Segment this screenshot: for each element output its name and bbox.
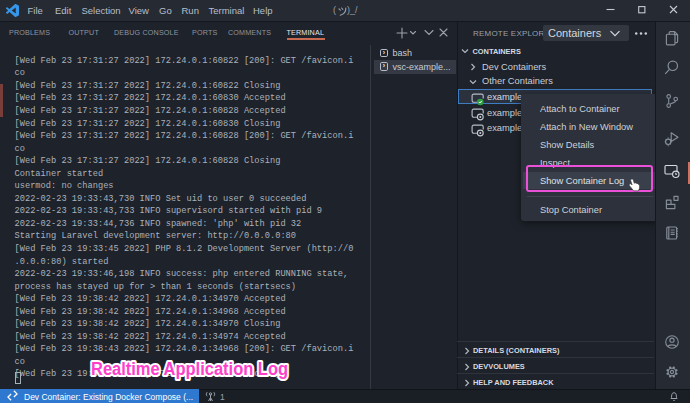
svg-text:Realtime Application Log: Realtime Application Log xyxy=(91,358,288,378)
